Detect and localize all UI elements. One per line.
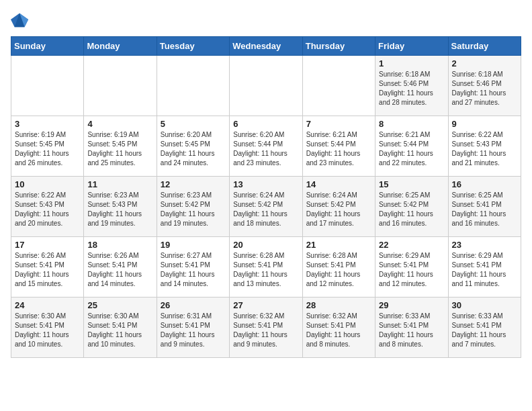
calendar-cell: 8Sunrise: 6:21 AM Sunset: 5:44 PM Daylig… — [375, 116, 448, 177]
calendar-table: SundayMondayTuesdayWednesdayThursdayFrid… — [11, 36, 521, 358]
calendar-cell: 17Sunrise: 6:26 AM Sunset: 5:41 PM Dayli… — [11, 237, 84, 298]
day-number: 30 — [452, 300, 517, 310]
calendar-cell: 15Sunrise: 6:25 AM Sunset: 5:42 PM Dayli… — [375, 177, 448, 237]
page: SundayMondayTuesdayWednesdayThursdayFrid… — [0, 0, 532, 369]
day-number: 17 — [15, 240, 80, 250]
calendar-cell: 11Sunrise: 6:23 AM Sunset: 5:43 PM Dayli… — [84, 177, 157, 237]
day-info: Sunrise: 6:23 AM Sunset: 5:43 PM Dayligh… — [87, 191, 152, 228]
day-info: Sunrise: 6:29 AM Sunset: 5:41 PM Dayligh… — [452, 251, 517, 289]
day-number: 18 — [87, 240, 152, 250]
day-info: Sunrise: 6:33 AM Sunset: 5:41 PM Dayligh… — [452, 312, 517, 349]
day-info: Sunrise: 6:20 AM Sunset: 5:45 PM Dayligh… — [161, 130, 226, 168]
day-number: 26 — [161, 300, 226, 310]
day-info: Sunrise: 6:29 AM Sunset: 5:41 PM Dayligh… — [379, 251, 444, 289]
day-info: Sunrise: 6:26 AM Sunset: 5:41 PM Dayligh… — [15, 251, 80, 289]
calendar-cell: 29Sunrise: 6:33 AM Sunset: 5:41 PM Dayli… — [375, 298, 448, 358]
calendar-day-header: Sunday — [11, 37, 84, 56]
calendar-cell: 3Sunrise: 6:19 AM Sunset: 5:45 PM Daylig… — [11, 116, 84, 177]
calendar-cell — [230, 56, 302, 116]
calendar-day-header: Saturday — [448, 37, 521, 56]
day-number: 5 — [161, 119, 226, 129]
day-number: 24 — [15, 300, 80, 310]
calendar-header-row: SundayMondayTuesdayWednesdayThursdayFrid… — [11, 37, 521, 56]
day-info: Sunrise: 6:25 AM Sunset: 5:41 PM Dayligh… — [452, 191, 517, 228]
day-info: Sunrise: 6:24 AM Sunset: 5:42 PM Dayligh… — [233, 191, 298, 228]
day-number: 29 — [379, 300, 444, 310]
day-info: Sunrise: 6:33 AM Sunset: 5:41 PM Dayligh… — [379, 312, 444, 349]
day-info: Sunrise: 6:22 AM Sunset: 5:43 PM Dayligh… — [15, 191, 80, 228]
calendar-cell: 21Sunrise: 6:28 AM Sunset: 5:41 PM Dayli… — [302, 237, 375, 298]
calendar-cell: 16Sunrise: 6:25 AM Sunset: 5:41 PM Dayli… — [448, 177, 521, 237]
day-info: Sunrise: 6:32 AM Sunset: 5:41 PM Dayligh… — [306, 312, 371, 349]
header — [11, 11, 521, 30]
day-info: Sunrise: 6:32 AM Sunset: 5:41 PM Dayligh… — [233, 312, 298, 349]
calendar-day-header: Tuesday — [157, 37, 229, 56]
logo-icon — [11, 11, 30, 30]
day-number: 28 — [306, 300, 371, 310]
calendar-cell: 26Sunrise: 6:31 AM Sunset: 5:41 PM Dayli… — [157, 298, 229, 358]
day-info: Sunrise: 6:25 AM Sunset: 5:42 PM Dayligh… — [379, 191, 444, 228]
calendar-cell: 6Sunrise: 6:20 AM Sunset: 5:44 PM Daylig… — [230, 116, 302, 177]
calendar-cell — [84, 56, 157, 116]
logo — [11, 11, 32, 30]
day-number: 11 — [87, 179, 152, 189]
calendar-cell: 20Sunrise: 6:28 AM Sunset: 5:41 PM Dayli… — [230, 237, 302, 298]
day-number: 20 — [233, 240, 298, 250]
calendar-week-row: 1Sunrise: 6:18 AM Sunset: 5:46 PM Daylig… — [11, 56, 521, 116]
day-number: 10 — [15, 179, 80, 189]
calendar-cell: 28Sunrise: 6:32 AM Sunset: 5:41 PM Dayli… — [302, 298, 375, 358]
day-info: Sunrise: 6:20 AM Sunset: 5:44 PM Dayligh… — [233, 130, 298, 168]
day-number: 21 — [306, 240, 371, 250]
calendar-cell — [157, 56, 229, 116]
calendar-cell: 13Sunrise: 6:24 AM Sunset: 5:42 PM Dayli… — [230, 177, 302, 237]
day-number: 6 — [233, 119, 298, 129]
day-number: 25 — [87, 300, 152, 310]
day-info: Sunrise: 6:30 AM Sunset: 5:41 PM Dayligh… — [15, 312, 80, 349]
calendar-week-row: 17Sunrise: 6:26 AM Sunset: 5:41 PM Dayli… — [11, 237, 521, 298]
day-number: 27 — [233, 300, 298, 310]
calendar-cell: 27Sunrise: 6:32 AM Sunset: 5:41 PM Dayli… — [230, 298, 302, 358]
calendar-cell: 24Sunrise: 6:30 AM Sunset: 5:41 PM Dayli… — [11, 298, 84, 358]
day-info: Sunrise: 6:26 AM Sunset: 5:41 PM Dayligh… — [87, 251, 152, 289]
calendar-cell — [302, 56, 375, 116]
day-info: Sunrise: 6:21 AM Sunset: 5:44 PM Dayligh… — [306, 130, 371, 168]
day-info: Sunrise: 6:31 AM Sunset: 5:41 PM Dayligh… — [161, 312, 226, 349]
calendar-cell: 2Sunrise: 6:18 AM Sunset: 5:46 PM Daylig… — [448, 56, 521, 116]
calendar-cell: 10Sunrise: 6:22 AM Sunset: 5:43 PM Dayli… — [11, 177, 84, 237]
calendar-cell: 22Sunrise: 6:29 AM Sunset: 5:41 PM Dayli… — [375, 237, 448, 298]
calendar-day-header: Thursday — [302, 37, 375, 56]
calendar-week-row: 24Sunrise: 6:30 AM Sunset: 5:41 PM Dayli… — [11, 298, 521, 358]
day-info: Sunrise: 6:28 AM Sunset: 5:41 PM Dayligh… — [306, 251, 371, 289]
calendar-cell: 30Sunrise: 6:33 AM Sunset: 5:41 PM Dayli… — [448, 298, 521, 358]
day-number: 7 — [306, 119, 371, 129]
calendar-cell: 7Sunrise: 6:21 AM Sunset: 5:44 PM Daylig… — [302, 116, 375, 177]
calendar-cell: 14Sunrise: 6:24 AM Sunset: 5:42 PM Dayli… — [302, 177, 375, 237]
day-number: 4 — [87, 119, 152, 129]
day-info: Sunrise: 6:21 AM Sunset: 5:44 PM Dayligh… — [379, 130, 444, 168]
calendar-cell: 18Sunrise: 6:26 AM Sunset: 5:41 PM Dayli… — [84, 237, 157, 298]
day-info: Sunrise: 6:30 AM Sunset: 5:41 PM Dayligh… — [87, 312, 152, 349]
day-number: 3 — [15, 119, 80, 129]
calendar-cell: 12Sunrise: 6:23 AM Sunset: 5:42 PM Dayli… — [157, 177, 229, 237]
calendar-day-header: Friday — [375, 37, 448, 56]
day-number: 16 — [452, 179, 517, 189]
day-number: 12 — [161, 179, 226, 189]
day-info: Sunrise: 6:27 AM Sunset: 5:41 PM Dayligh… — [161, 251, 226, 289]
day-info: Sunrise: 6:22 AM Sunset: 5:43 PM Dayligh… — [452, 130, 517, 168]
calendar-week-row: 3Sunrise: 6:19 AM Sunset: 5:45 PM Daylig… — [11, 116, 521, 177]
day-number: 23 — [452, 240, 517, 250]
day-number: 9 — [452, 119, 517, 129]
day-number: 13 — [233, 179, 298, 189]
day-info: Sunrise: 6:28 AM Sunset: 5:41 PM Dayligh… — [233, 251, 298, 289]
calendar-cell: 25Sunrise: 6:30 AM Sunset: 5:41 PM Dayli… — [84, 298, 157, 358]
calendar-cell — [11, 56, 84, 116]
calendar-cell: 19Sunrise: 6:27 AM Sunset: 5:41 PM Dayli… — [157, 237, 229, 298]
calendar-cell: 9Sunrise: 6:22 AM Sunset: 5:43 PM Daylig… — [448, 116, 521, 177]
day-info: Sunrise: 6:18 AM Sunset: 5:46 PM Dayligh… — [379, 70, 444, 107]
day-number: 2 — [452, 58, 517, 68]
day-number: 19 — [161, 240, 226, 250]
day-info: Sunrise: 6:23 AM Sunset: 5:42 PM Dayligh… — [161, 191, 226, 228]
calendar-cell: 1Sunrise: 6:18 AM Sunset: 5:46 PM Daylig… — [375, 56, 448, 116]
day-info: Sunrise: 6:24 AM Sunset: 5:42 PM Dayligh… — [306, 191, 371, 228]
calendar-day-header: Monday — [84, 37, 157, 56]
